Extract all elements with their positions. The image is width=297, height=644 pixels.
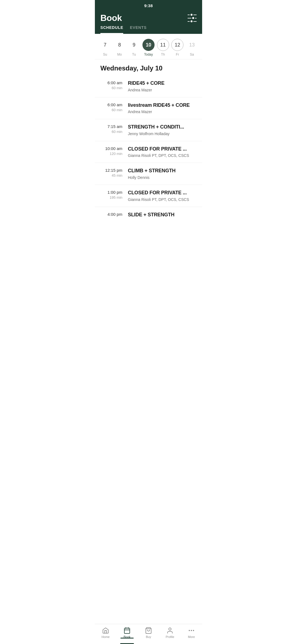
header: Book [95, 10, 202, 23]
calendar-day-11[interactable]: 11 Th [156, 39, 170, 56]
day-number: 9 [128, 39, 140, 51]
time-text: 10:00 am [100, 146, 122, 151]
day-number: 8 [114, 39, 126, 51]
time-block: 1:00 pm 195 min [100, 190, 128, 200]
instructor-name: Gianna Risoli PT, DPT, OCS, CSCS [128, 153, 197, 158]
time-block: 6:00 am 60 min [100, 80, 128, 90]
time-block: 12:15 pm 45 min [100, 168, 128, 178]
tab-events[interactable]: EVENTS [130, 25, 147, 34]
duration-text: 45 min [100, 173, 122, 178]
schedule-list: 6:00 am 60 min RIDE45 + CORE Andrea Maze… [95, 75, 202, 240]
time-text: 6:00 am [100, 80, 122, 85]
page-title: Book [100, 13, 122, 23]
calendar-day-9[interactable]: 9 Tu [127, 39, 141, 56]
duration-text: 120 min [100, 152, 122, 156]
time-text: 6:00 am [100, 102, 122, 107]
schedule-item[interactable]: 6:00 am 60 min livestream RIDE45 + CORE … [95, 97, 202, 119]
duration-text: 60 min [100, 108, 122, 112]
time-block: 10:00 am 120 min [100, 146, 128, 156]
day-label: Tu [132, 53, 136, 56]
day-label: Fr [176, 53, 179, 56]
time-text: 1:00 pm [100, 190, 122, 195]
day-label-today: Today [144, 53, 153, 56]
class-name: RIDE45 + CORE [128, 80, 197, 86]
tab-bar: SCHEDULE EVENTS [95, 23, 202, 34]
day-number: 7 [99, 39, 111, 51]
day-number: 12 [171, 39, 183, 51]
day-label: Mo [117, 53, 122, 56]
status-time: 9:38 [144, 3, 153, 8]
schedule-item[interactable]: 1:00 pm 195 min CLOSED FOR PRIVATE ... G… [95, 185, 202, 207]
duration-text: 60 min [100, 130, 122, 134]
time-text: 4:00 pm [100, 212, 122, 217]
class-block: CLOSED FOR PRIVATE ... Gianna Risoli PT,… [128, 190, 197, 202]
calendar-day-today[interactable]: 10 Today [142, 39, 155, 56]
class-name: CLIMB + STRENGTH [128, 168, 197, 174]
day-label: Th [161, 53, 165, 56]
instructor-name: Andrea Mazer [128, 88, 197, 92]
time-text: 7:15 am [100, 124, 122, 129]
class-block: CLOSED FOR PRIVATE ... Gianna Risoli PT,… [128, 146, 197, 158]
class-name: livestream RIDE45 + CORE [128, 102, 197, 108]
class-block: livestream RIDE45 + CORE Andrea Mazer [128, 102, 197, 114]
class-block: STRENGTH + CONDITI... Jenny Wolfrom Holl… [128, 124, 197, 136]
time-block: 4:00 pm [100, 212, 128, 217]
class-block: SLIDE + STRENGTH [128, 212, 197, 218]
class-name: CLOSED FOR PRIVATE ... [128, 146, 197, 152]
instructor-name: Jenny Wolfrom Holladay [128, 132, 197, 136]
instructor-name: Andrea Mazer [128, 110, 197, 114]
calendar-day-12[interactable]: 12 Fr [170, 39, 184, 56]
date-heading: Wednesday, July 10 [95, 59, 202, 75]
time-text: 12:15 pm [100, 168, 122, 173]
calendar-day-8[interactable]: 8 Mo [113, 39, 127, 56]
instructor-name: Gianna Risoli PT, DPT, OCS, CSCS [128, 197, 197, 202]
class-name: SLIDE + STRENGTH [128, 212, 197, 218]
filter-button[interactable] [188, 14, 197, 22]
day-number: 13 [186, 39, 198, 51]
duration-text: 195 min [100, 195, 122, 200]
time-block: 7:15 am 60 min [100, 124, 128, 134]
day-number: 11 [157, 39, 169, 51]
class-block: CLIMB + STRENGTH Holly Dennis [128, 168, 197, 180]
calendar-day-7[interactable]: 7 Su [98, 39, 112, 56]
class-name: CLOSED FOR PRIVATE ... [128, 190, 197, 196]
schedule-item[interactable]: 6:00 am 60 min RIDE45 + CORE Andrea Maze… [95, 75, 202, 97]
instructor-name: Holly Dennis [128, 175, 197, 180]
schedule-item[interactable]: 12:15 pm 45 min CLIMB + STRENGTH Holly D… [95, 163, 202, 185]
duration-text: 60 min [100, 86, 122, 90]
schedule-item[interactable]: 10:00 am 120 min CLOSED FOR PRIVATE ... … [95, 141, 202, 163]
calendar-day-13[interactable]: 13 Sa [185, 39, 199, 56]
status-bar: 9:38 [95, 0, 202, 10]
tab-schedule[interactable]: SCHEDULE [100, 25, 123, 34]
day-number-today: 10 [142, 39, 155, 51]
schedule-item[interactable]: 7:15 am 60 min STRENGTH + CONDITI... Jen… [95, 119, 202, 141]
day-label: Su [103, 53, 107, 56]
time-block: 6:00 am 60 min [100, 102, 128, 112]
day-label: Sa [190, 53, 194, 56]
calendar-strip: 7 Su 8 Mo 9 Tu 10 Today 11 Th 12 Fr 13 S… [95, 34, 202, 59]
class-block: RIDE45 + CORE Andrea Mazer [128, 80, 197, 92]
class-name: STRENGTH + CONDITI... [128, 124, 197, 130]
schedule-item-partial[interactable]: 4:00 pm SLIDE + STRENGTH [95, 207, 202, 218]
